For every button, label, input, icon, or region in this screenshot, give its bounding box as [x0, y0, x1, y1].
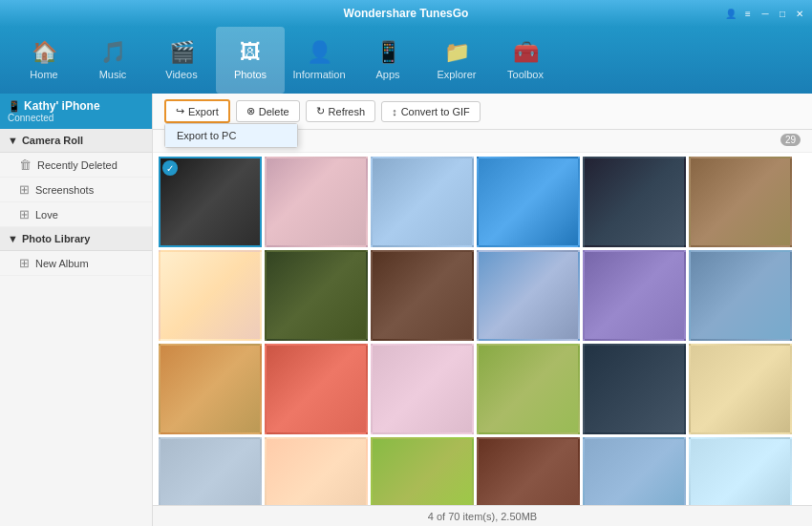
nav-toolbox[interactable]: 🧰 Toolbox [491, 27, 560, 94]
music-icon: 🎵 [100, 40, 126, 65]
photo-thumb[interactable] [371, 157, 474, 247]
screenshots-icon: ⊞ [19, 182, 30, 197]
device-name: Kathy' iPhone [24, 99, 100, 113]
nav-home-label: Home [30, 69, 57, 80]
sidebar-item-new-album[interactable]: ⊞ New Album [0, 251, 152, 276]
new-album-icon: ⊞ [19, 256, 30, 270]
photo-thumb[interactable] [583, 250, 686, 341]
photo-library-arrow: ▼ [8, 233, 18, 244]
nav-toolbox-label: Toolbox [507, 69, 544, 80]
photos-icon: 🖼 [240, 40, 261, 65]
delete-label: Delete [259, 106, 289, 117]
window-controls: 👤 ≡ ─ □ ✕ [724, 7, 806, 20]
photo-grid: ✓ [153, 153, 812, 505]
device-status: Connected [8, 113, 144, 123]
user-icon[interactable]: 👤 [724, 7, 737, 20]
photo-thumb[interactable] [265, 437, 368, 505]
nav-bar: 🏠 Home 🎵 Music 🎬 Videos 🖼 Photos 👤 Infor… [0, 27, 812, 94]
photo-thumb[interactable] [583, 157, 686, 247]
nav-explorer-label: Explorer [438, 69, 477, 80]
refresh-button[interactable]: ↻ Refresh [306, 100, 376, 122]
refresh-label: Refresh [329, 106, 366, 117]
export-button[interactable]: ↪ Export [164, 99, 230, 123]
status-bar: 4 of 70 item(s), 2.50MB [153, 505, 812, 526]
photo-thumb[interactable] [477, 250, 580, 341]
main-layout: 📱 Kathy' iPhone Connected ▼ Camera Roll … [0, 94, 812, 526]
photo-library-section[interactable]: ▼ Photo Library [0, 227, 152, 251]
nav-apps[interactable]: 📱 Apps [353, 27, 422, 94]
sidebar-item-love[interactable]: ⊞ Love [0, 202, 152, 227]
nav-information[interactable]: 👤 Information [285, 27, 353, 94]
photo-thumb[interactable] [583, 437, 686, 505]
delete-button[interactable]: ⊗ Delete [236, 100, 300, 122]
nav-home[interactable]: 🏠 Home [10, 27, 78, 94]
app-title: Wondershare TunesGo [344, 7, 469, 20]
explorer-icon: 📁 [444, 40, 470, 65]
convert-icon: ↕ [392, 106, 397, 117]
information-icon: 👤 [307, 40, 332, 65]
photo-thumb[interactable] [159, 250, 262, 341]
nav-information-label: Information [292, 69, 345, 80]
content-area: ↪ Export Export to PC ⊗ Delete ↻ Refresh… [153, 94, 812, 526]
photo-thumb[interactable] [689, 157, 792, 247]
toolbox-icon: 🧰 [513, 40, 539, 65]
photo-thumb[interactable] [265, 157, 368, 247]
new-album-label: New Album [35, 258, 89, 269]
videos-icon: 🎬 [169, 40, 195, 65]
photo-thumb[interactable] [159, 437, 262, 505]
nav-videos[interactable]: 🎬 Videos [147, 27, 216, 94]
photo-library-label: Photo Library [22, 233, 91, 244]
recently-deleted-label: Recently Deleted [37, 159, 118, 171]
sidebar: 📱 Kathy' iPhone Connected ▼ Camera Roll … [0, 94, 153, 526]
close-button[interactable]: ✕ [793, 7, 806, 20]
device-header: 📱 Kathy' iPhone Connected [0, 94, 152, 129]
photo-thumb[interactable] [583, 344, 686, 434]
home-icon: 🏠 [32, 40, 57, 65]
nav-explorer[interactable]: 📁 Explorer [422, 27, 491, 94]
nav-music[interactable]: 🎵 Music [78, 27, 147, 94]
screenshots-label: Screenshots [35, 184, 94, 196]
export-wrapper: ↪ Export Export to PC [164, 99, 230, 123]
photo-thumb[interactable] [477, 344, 580, 434]
minimize-button[interactable]: ─ [759, 7, 772, 20]
photo-thumb[interactable] [265, 250, 368, 341]
photo-thumb[interactable] [689, 344, 792, 434]
status-text: 4 of 70 item(s), 2.50MB [428, 511, 537, 522]
menu-icon[interactable]: ≡ [741, 7, 755, 20]
toolbar: ↪ Export Export to PC ⊗ Delete ↻ Refresh… [153, 94, 812, 130]
photo-check-mark: ✓ [162, 160, 178, 176]
photo-thumb[interactable] [371, 250, 474, 341]
export-arrow-icon: ↪ [176, 105, 184, 117]
photo-thumb[interactable] [265, 344, 368, 434]
device-icon: 📱 [8, 100, 24, 112]
nav-music-label: Music [99, 69, 127, 80]
photo-thumb[interactable] [371, 437, 474, 505]
photo-thumb[interactable] [477, 157, 580, 247]
title-bar: Wondershare TunesGo 👤 ≡ ─ □ ✕ [0, 0, 812, 27]
export-label: Export [188, 106, 219, 117]
apps-icon: 📱 [375, 40, 401, 65]
photo-thumb[interactable] [477, 437, 580, 505]
photo-thumb[interactable] [689, 437, 792, 505]
nav-photos-label: Photos [234, 69, 267, 80]
export-to-pc-item[interactable]: Export to PC [165, 124, 297, 147]
photo-thumb[interactable] [689, 250, 792, 341]
nav-photos[interactable]: 🖼 Photos [216, 27, 285, 94]
love-label: Love [35, 209, 58, 221]
delete-icon: ⊗ [246, 105, 255, 117]
photo-thumb[interactable]: ✓ [159, 157, 262, 247]
count-badge: 29 [780, 134, 801, 146]
convert-button[interactable]: ↕ Convert to GIF [381, 101, 481, 122]
recently-deleted-icon: 🗑 [19, 158, 32, 172]
convert-label: Convert to GIF [401, 106, 470, 117]
maximize-button[interactable]: □ [776, 7, 789, 20]
photo-thumb[interactable] [159, 344, 262, 434]
sidebar-item-screenshots[interactable]: ⊞ Screenshots [0, 178, 152, 202]
nav-videos-label: Videos [165, 69, 197, 80]
sidebar-item-recently-deleted[interactable]: 🗑 Recently Deleted [0, 153, 152, 178]
love-icon: ⊞ [19, 207, 30, 221]
camera-roll-label: Camera Roll [22, 135, 83, 146]
nav-apps-label: Apps [375, 69, 399, 80]
photo-thumb[interactable] [371, 344, 474, 434]
camera-roll-section[interactable]: ▼ Camera Roll [0, 129, 152, 153]
